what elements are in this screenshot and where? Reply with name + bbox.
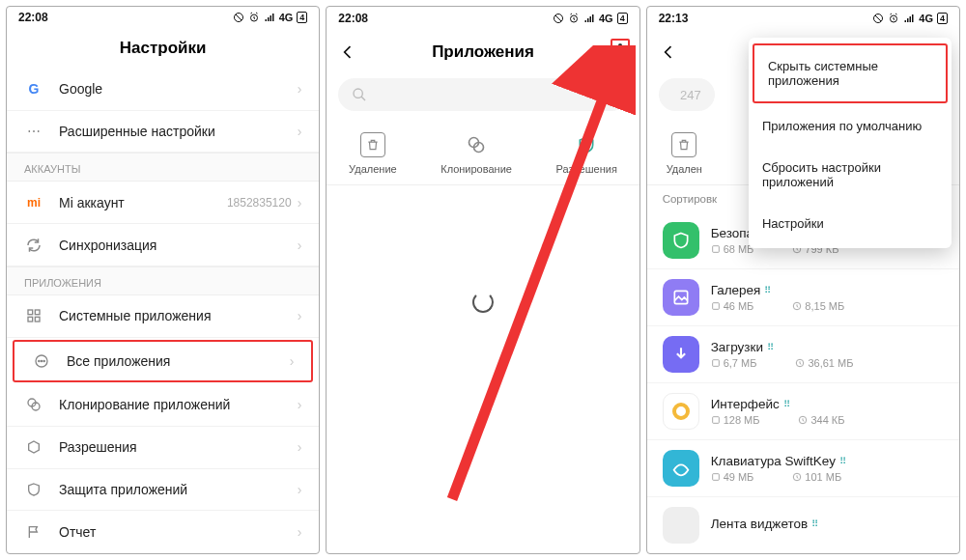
chevron-right-icon: › [298,124,302,139]
search-input[interactable]: 247 [659,78,715,111]
dots-icon: ⋯ [24,122,43,141]
status-icons: 4G 4 [872,13,948,24]
search-icon [352,87,367,102]
chevron-right-icon: › [298,195,302,210]
menu-reset-app-settings[interactable]: Сбросить настройки приложений [749,147,952,203]
overflow-menu: Скрыть системные приложения Приложения п… [749,38,952,248]
svg-rect-3 [35,310,40,315]
svg-rect-30 [712,474,719,481]
mi-icon: mi [24,193,43,212]
status-icons: 4G 4 [553,13,628,24]
row-mi-account[interactable]: mi Mi аккаунт 1852835120 › [7,182,319,224]
storage-icon [711,301,721,311]
app-icon-widgets [663,507,699,544]
loading-dots-icon: ⠿ [839,456,846,466]
trash-icon [360,132,385,157]
loading-dots-icon: ⠿ [783,399,790,409]
page-title: Настройки [120,39,207,58]
row-all-apps[interactable]: Все приложения › [13,340,313,382]
screenshot-1: 22:08 4G 4 Настройки G Google › ⋯ Расшир… [6,6,320,554]
network-label: 4G [919,13,933,24]
svg-rect-23 [674,291,687,303]
screenshot-2: 22:08 4G 4 Приложения Удаление Клонирова… [326,6,639,554]
app-icon-gallery [663,279,699,316]
svg-rect-21 [712,246,719,253]
back-button[interactable] [659,42,678,62]
svg-point-9 [43,360,44,361]
grid-icon [24,306,43,325]
app-item[interactable]: Интерфейс⠿ 128 МБ 344 КБ [647,383,959,440]
status-bar: 22:08 4G 4 [327,7,639,30]
row-google[interactable]: G Google › [7,69,319,111]
battery-icon: 4 [937,13,948,24]
app-icon-security [663,222,699,259]
status-bar: 22:13 4G 4 [647,7,959,30]
dnd-icon [553,13,564,24]
chevron-right-icon: › [298,439,302,455]
menu-hide-system-apps[interactable]: Скрыть системные приложения [753,43,948,103]
flag-icon [24,522,43,542]
row-advanced[interactable]: ⋯ Расширенные настройки › [7,111,319,154]
chevron-right-icon: › [298,238,302,253]
apps-icon [32,351,51,371]
google-icon: G [24,79,43,98]
chevron-right-icon: › [298,308,302,323]
row-app-protection[interactable]: Защита приложений › [7,469,319,512]
section-apps: ПРИЛОЖЕНИЯ [7,266,319,295]
svg-rect-2 [28,310,33,315]
svg-point-14 [354,89,362,98]
app-item[interactable]: Клавиатура SwiftKey⠿ 49 МБ 101 МБ [647,440,959,497]
chevron-right-icon: › [298,81,302,97]
chevron-right-icon: › [298,482,302,497]
app-item[interactable]: Загрузки⠿ 6,7 МБ 36,61 МБ [647,326,959,383]
shield-check-icon [574,132,599,157]
more-button[interactable] [611,39,630,66]
row-clone-apps[interactable]: Клонирование приложений › [7,384,319,427]
svg-point-8 [41,360,42,361]
action-delete[interactable]: Удаление [349,132,397,175]
app-item[interactable]: Галерея⠿ 46 МБ 8,15 МБ [647,269,959,326]
mi-id: 1852835120 [227,196,292,210]
clock-icon [792,472,802,482]
sync-icon [24,236,43,255]
storage-icon [711,358,721,368]
trash-icon [671,132,696,157]
hex-icon [24,437,43,457]
action-clone[interactable]: Клонирование [440,132,512,175]
action-delete[interactable]: Удален [667,132,702,175]
clock-icon [792,301,802,311]
app-icon-swiftkey [663,450,699,487]
chevron-right-icon: › [298,524,302,540]
action-permissions[interactable]: Разрешения [555,132,616,175]
annotation-arrow [433,45,636,518]
dnd-icon [233,12,244,23]
app-icon-downloads [663,336,699,373]
storage-icon [711,415,721,425]
clock: 22:08 [338,12,368,25]
search-input[interactable] [338,78,627,111]
menu-settings[interactable]: Настройки [749,203,952,244]
row-system-apps[interactable]: Системные приложения › [7,295,319,338]
app-item[interactable]: Лента виджетов⠿ [647,497,959,553]
shield-icon [24,480,43,499]
header: Приложения [327,30,639,74]
back-button[interactable] [338,42,357,62]
row-permissions[interactable]: Разрешения › [7,427,319,469]
network-label: 4G [279,12,294,23]
signal-icon [903,13,915,24]
svg-rect-28 [712,417,719,424]
alarm-icon [248,12,260,23]
svg-point-7 [39,360,40,361]
signal-icon [583,13,595,24]
row-sync[interactable]: Синхронизация › [7,224,319,266]
svg-rect-5 [35,318,40,322]
chevron-right-icon: › [290,353,295,369]
section-accounts: АККАУНТЫ [7,153,319,182]
svg-rect-26 [712,360,719,367]
dnd-icon [872,13,884,24]
menu-default-apps[interactable]: Приложения по умолчанию [749,105,952,147]
clock: 22:13 [659,12,689,25]
row-report[interactable]: Отчет › [7,511,319,553]
action-row: Удаление Клонирование Разрешения [327,119,639,185]
alarm-icon [888,13,899,24]
